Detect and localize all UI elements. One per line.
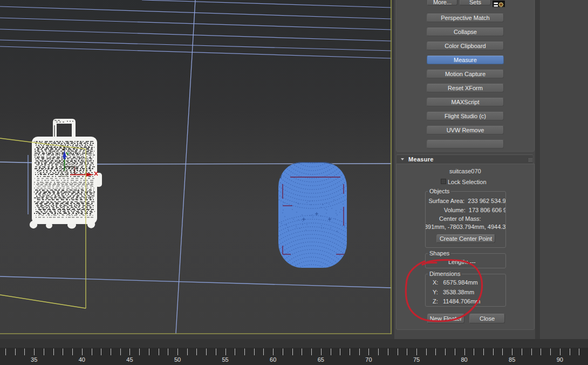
svg-text:55: 55: [222, 356, 228, 363]
svg-text:70: 70: [365, 356, 372, 363]
svg-text:60: 60: [270, 356, 276, 363]
svg-text:75: 75: [413, 356, 420, 363]
svg-text:80: 80: [461, 356, 467, 363]
svg-text:40: 40: [79, 356, 85, 363]
svg-text:45: 45: [126, 356, 133, 363]
svg-text:35: 35: [31, 356, 37, 363]
svg-text:Y: Y: [66, 151, 69, 157]
svg-text:85: 85: [509, 356, 515, 363]
svg-text:50: 50: [174, 356, 181, 363]
svg-text:90: 90: [557, 356, 563, 363]
svg-text:65: 65: [318, 356, 324, 363]
